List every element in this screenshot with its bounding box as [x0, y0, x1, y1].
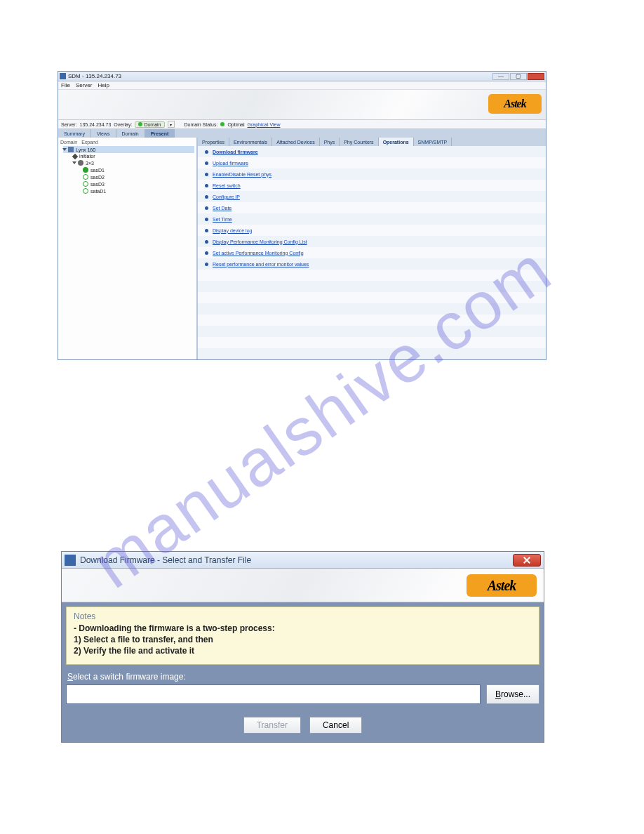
sdm-window: SDM - 135.24.234.73 — ▢ File Server Help…: [58, 71, 546, 360]
notes-legend: Notes: [74, 611, 532, 621]
status-bar: Server: 135.24.234.73 Overlay: Domain ▾ …: [58, 119, 546, 129]
tree-node-device[interactable]: sasD1: [83, 166, 194, 173]
server-label: Server:: [61, 122, 77, 127]
list-item: [198, 348, 546, 359]
tab-operations[interactable]: Operations: [379, 138, 414, 146]
tree-collapse-icon[interactable]: [72, 161, 76, 164]
tree-node-expander[interactable]: 3×3: [73, 159, 194, 166]
tree-label: initiator: [79, 154, 95, 159]
disk-icon: [83, 181, 88, 187]
file-select-row: Browse...: [66, 684, 539, 704]
op-configure-ip[interactable]: Configure IP: [213, 194, 240, 199]
list-item: [198, 303, 546, 315]
tab-domain[interactable]: Domain: [116, 129, 145, 138]
op-display-device-log[interactable]: Display device log: [213, 228, 252, 233]
minimize-button[interactable]: —: [492, 73, 509, 80]
tree-node-device[interactable]: sasD2: [83, 173, 194, 180]
list-item: [198, 315, 546, 326]
disk-icon: [83, 167, 88, 173]
notes-panel: Notes - Downloading the firmware is a tw…: [66, 607, 539, 665]
list-item: Display device log: [198, 225, 546, 236]
bullet-icon: [205, 173, 208, 176]
graphical-view-link[interactable]: Graphical View: [248, 122, 281, 127]
op-set-time[interactable]: Set Time: [213, 217, 232, 222]
menu-help[interactable]: Help: [98, 82, 109, 88]
bullet-icon: [205, 218, 208, 221]
list-item: Display Performance Monitoring Config Li…: [198, 236, 546, 247]
window-title: SDM - 135.24.234.73: [68, 73, 121, 79]
op-enable-disable-reset-phys[interactable]: Enable/Disable Reset phys: [213, 172, 271, 177]
tree-node-device[interactable]: sataD1: [83, 187, 194, 194]
tab-snmp-smtp[interactable]: SNMP/SMTP: [414, 138, 452, 146]
browse-button[interactable]: Browse...: [486, 684, 539, 704]
right-panel: Properties Environmentals Attached Devic…: [197, 138, 546, 359]
list-item: Set active Performance Monitoring Config: [198, 247, 546, 258]
tree-node-device[interactable]: sasD3: [83, 180, 194, 187]
tab-phys[interactable]: Phys: [320, 138, 340, 146]
status-dot-icon: [220, 122, 224, 126]
list-item: [198, 281, 546, 292]
bullet-icon: [205, 229, 208, 232]
tab-summary[interactable]: Summary: [58, 129, 91, 138]
tab-present[interactable]: Present: [145, 129, 175, 138]
tab-attached-devices[interactable]: Attached Devices: [272, 138, 319, 146]
list-item: [198, 292, 546, 303]
tab-environmentals[interactable]: Environmentals: [229, 138, 272, 146]
list-item: Configure IP: [198, 191, 546, 202]
right-tab-row: Properties Environmentals Attached Devic…: [198, 138, 546, 146]
menu-server[interactable]: Server: [76, 82, 93, 88]
tree-node-root[interactable]: Lynx 160: [63, 146, 194, 153]
op-reset-switch[interactable]: Reset switch: [213, 183, 241, 188]
server-value: 135.24.234.73: [80, 122, 112, 127]
astek-logo: Astek: [488, 94, 542, 114]
bullet-icon: [205, 184, 208, 187]
overlay-label: Overlay:: [114, 122, 132, 127]
close-button[interactable]: [528, 73, 544, 80]
tab-views[interactable]: Views: [91, 129, 116, 138]
bullet-icon: [205, 150, 208, 154]
dialog-button-row: Transfer Cancel: [66, 717, 539, 738]
notes-line-2: 1) Select a file to transfer, and then: [74, 634, 532, 645]
dialog-banner: Astek: [62, 569, 544, 602]
list-item: Set Date: [198, 202, 546, 213]
overlay-selector[interactable]: Domain: [135, 121, 164, 128]
tab-properties[interactable]: Properties: [198, 138, 229, 146]
astek-logo: Astek: [467, 574, 537, 597]
dialog-titlebar: Download Firmware - Select and Transfer …: [62, 552, 544, 569]
tree-label: sasD2: [90, 175, 105, 180]
tree-label: 3×3: [86, 161, 94, 166]
list-item: Set Time: [198, 213, 546, 225]
close-button[interactable]: [513, 554, 541, 567]
disk-icon: [83, 188, 88, 194]
download-firmware-dialog: Download Firmware - Select and Transfer …: [61, 551, 544, 743]
cancel-button[interactable]: Cancel: [309, 717, 362, 734]
transfer-button[interactable]: Transfer: [243, 717, 301, 734]
dialog-icon: [65, 555, 76, 566]
tree-collapse-icon[interactable]: [62, 148, 67, 151]
menu-file[interactable]: File: [61, 82, 70, 88]
tab-phy-counters[interactable]: Phy Counters: [340, 138, 378, 146]
list-item: Download firmware: [198, 146, 546, 157]
maximize-button[interactable]: ▢: [510, 73, 527, 80]
tree-label: Lynx 160: [76, 147, 95, 152]
op-set-date[interactable]: Set Date: [213, 206, 232, 211]
notes-line-1: - Downloading the firmware is a two-step…: [74, 623, 532, 634]
tree-header-domain: Domain: [60, 140, 77, 145]
op-reset-perf-counters[interactable]: Reset performance and error monitor valu…: [213, 262, 309, 267]
bullet-icon: [205, 206, 208, 210]
tree-node-initiator[interactable]: initiator: [73, 153, 194, 159]
op-download-firmware[interactable]: Download firmware: [213, 150, 258, 154]
domain-status-value: Optimal: [227, 122, 244, 127]
op-set-active-perf-config[interactable]: Set active Performance Monitoring Config: [213, 251, 304, 256]
bullet-icon: [205, 251, 208, 255]
notes-line-3: 2) Verify the file and activate it: [74, 645, 532, 656]
tree-header-expand[interactable]: Expand: [81, 140, 98, 145]
overlay-dropdown-icon[interactable]: ▾: [168, 121, 175, 128]
switch-icon: [68, 147, 74, 152]
app-icon: [60, 73, 66, 79]
op-upload-firmware[interactable]: Upload firmware: [213, 161, 248, 166]
expander-icon: [78, 160, 83, 166]
firmware-path-input[interactable]: [66, 684, 481, 704]
op-display-perf-config-list[interactable]: Display Performance Monitoring Config Li…: [213, 239, 307, 244]
disk-icon: [83, 174, 88, 180]
